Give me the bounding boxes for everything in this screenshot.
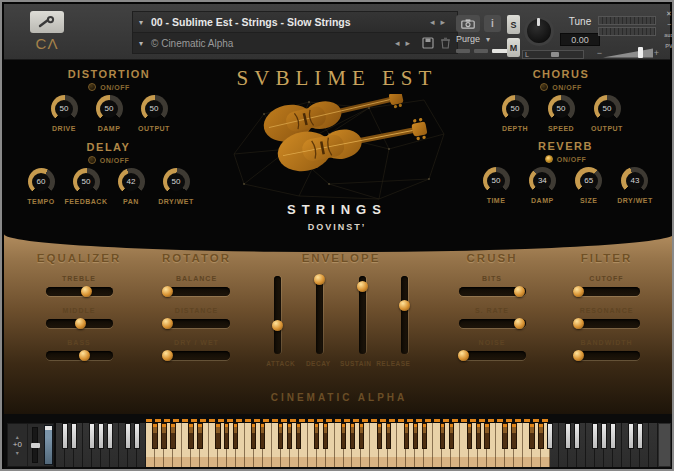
crush-noise-slider[interactable] [459,351,526,360]
slider-handle[interactable] [573,350,584,361]
pan-thumb[interactable] [551,52,559,57]
chorus-depth-knob[interactable]: 50 [502,95,529,122]
instrument-title-row[interactable]: ▾ 00 - Sublime Est - Strings - Slow Stri… [132,11,458,33]
piano-key-black[interactable] [233,423,239,449]
piano-key-black[interactable] [260,423,266,449]
volume-plus[interactable]: + [653,48,660,58]
piano-key-black[interactable] [449,423,455,449]
slider-handle[interactable] [162,318,173,329]
pan-slider[interactable]: L [522,50,584,59]
distortion-output-knob[interactable]: 50 [141,95,168,122]
piano-key-black[interactable] [197,423,203,449]
piano-key-black[interactable] [170,423,176,449]
slider-handle[interactable] [514,286,525,297]
reverb-onoff-toggle[interactable]: ON/OFF [545,155,586,163]
piano-key-black[interactable] [161,423,167,449]
piano-key-black[interactable] [484,423,490,449]
volume-wedge[interactable] [603,47,653,59]
purge-menu[interactable]: Purge▾ [456,34,498,44]
slider-handle[interactable] [357,281,368,292]
piano-key-black[interactable] [224,423,230,449]
transpose-down-icon[interactable]: ▾ [16,450,19,456]
chorus-speed-knob[interactable]: 50 [548,95,575,122]
piano-key-black[interactable] [359,423,365,449]
volume-thumb[interactable] [638,47,643,58]
prev-snapshot-arrow[interactable]: ◂ [395,38,406,48]
distortion-drive-knob[interactable]: 50 [51,95,78,122]
piano-key-black[interactable] [529,423,535,449]
edit-instrument-button[interactable] [30,11,64,33]
filter-resonance-slider[interactable] [573,319,640,328]
distortion-onoff-toggle[interactable]: ON/OFF [88,83,129,91]
mute-button[interactable]: M [507,38,520,57]
piano-key-black[interactable] [278,423,284,449]
piano-key-black[interactable] [386,423,392,449]
piano-key-white[interactable] [649,423,658,467]
envelope-attack-slider[interactable] [274,276,281,354]
prev-instrument-arrow[interactable]: ◂ [430,17,441,27]
pitch-wheel-handle[interactable] [31,443,40,448]
tune-value-display[interactable]: 0.00 [560,33,600,46]
piano-key-black[interactable] [592,423,598,449]
piano-key-black[interactable] [628,423,634,449]
piano-key-black[interactable] [610,423,616,449]
envelope-sustain-slider[interactable] [359,276,366,354]
rotator-distance-slider[interactable] [163,319,230,328]
slider-handle[interactable] [162,286,173,297]
equalizer-treble-slider[interactable] [46,287,113,296]
slider-handle[interactable] [75,318,86,329]
reverb-dry-wet-knob[interactable]: 43 [621,167,648,194]
rotator-balance-slider[interactable] [163,287,230,296]
slider-handle[interactable] [162,350,173,361]
pitch-wheel[interactable] [32,427,39,463]
chorus-onoff-toggle[interactable]: ON/OFF [540,83,581,91]
rotator-dry-wet-slider[interactable] [163,351,230,360]
transpose-control[interactable]: ▴ +0 ▾ [8,424,28,466]
piano-key-black[interactable] [404,423,410,449]
envelope-decay-slider[interactable] [316,276,323,354]
slider-handle[interactable] [272,320,283,331]
piano-key-black[interactable] [547,423,553,449]
delay-dry-wet-knob[interactable]: 50 [163,168,190,195]
piano-key-black[interactable] [107,423,113,449]
piano-key-black[interactable] [152,423,158,449]
piano-key-black[interactable] [323,423,329,449]
mod-wheel[interactable] [44,425,53,465]
slider-handle[interactable] [399,300,410,311]
reverb-size-knob[interactable]: 65 [575,167,602,194]
piano-key-black[interactable] [350,423,356,449]
slider-handle[interactable] [514,318,525,329]
crush-s-rate-slider[interactable] [459,319,526,328]
delay-feedback-knob[interactable]: 50 [73,168,100,195]
slider-handle[interactable] [458,350,469,361]
chorus-output-knob[interactable]: 50 [594,95,621,122]
filter-bandwidth-slider[interactable] [573,351,640,360]
piano-key-black[interactable] [287,423,293,449]
piano-key-black[interactable] [511,423,517,449]
reverb-time-knob[interactable]: 50 [483,167,510,194]
snapshot-view-button[interactable] [456,15,480,32]
instrument-subtitle-row[interactable]: ▾ © Cinematic Alpha ◂ ▸ [132,33,458,54]
piano-key-black[interactable] [476,423,482,449]
aux-button[interactable]: aux [664,32,673,39]
slider-handle[interactable] [81,286,92,297]
piano-key-black[interactable] [251,423,257,449]
crush-bits-slider[interactable] [459,287,526,296]
piano-key-black[interactable] [538,423,544,449]
piano-key-black[interactable] [62,423,68,449]
piano-key-black[interactable] [467,423,473,449]
piano-key-black[interactable] [574,423,580,449]
next-snapshot-arrow[interactable]: ▸ [405,38,416,48]
piano-key-black[interactable] [71,423,77,449]
filter-cutoff-slider[interactable] [573,287,640,296]
envelope-release-slider[interactable] [401,276,408,354]
slider-handle[interactable] [573,318,584,329]
piano-key-black[interactable] [89,423,95,449]
minimize-icon[interactable]: − [667,21,671,28]
volume-slider[interactable]: − + [596,46,660,60]
piano-key-black[interactable] [215,423,221,449]
reverb-damp-knob[interactable]: 34 [529,167,556,194]
piano-key-black[interactable] [98,423,104,449]
piano-key-black[interactable] [413,423,419,449]
piano-key-black[interactable] [296,423,302,449]
